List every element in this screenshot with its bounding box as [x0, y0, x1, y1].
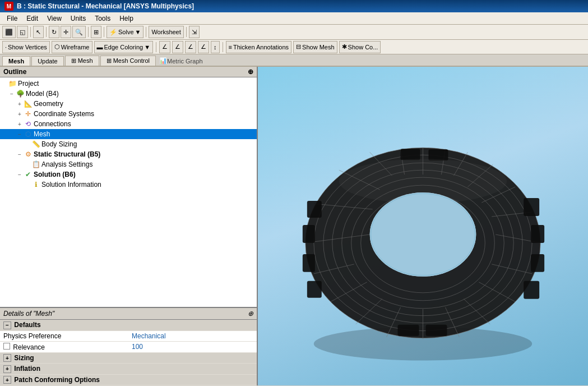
icon-2: ◱: [20, 29, 25, 36]
tree-item-solution-info[interactable]: ℹ Solution Information: [0, 180, 257, 190]
thicken-annotations-button[interactable]: ≡ Thicken Annotations: [226, 41, 292, 53]
mesh-viewport-svg: [258, 67, 588, 385]
menu-edit[interactable]: Edit: [22, 13, 43, 24]
solve-button[interactable]: ⚡ Solve ▼: [107, 26, 143, 38]
expand-coord[interactable]: +: [16, 111, 24, 117]
toolbar-sep-7: [156, 42, 156, 52]
toolbar-btn-rotate[interactable]: ↻: [49, 26, 59, 38]
menu-units[interactable]: Units: [66, 13, 90, 24]
wireframe-label: Wireframe: [61, 44, 90, 50]
toolbar-arrow-btn[interactable]: ↕: [211, 41, 220, 53]
toolbar-btn-2[interactable]: ◱: [17, 26, 28, 38]
title-bar: M B : Static Structural - Mechanical [AN…: [0, 0, 588, 12]
tree-item-connections[interactable]: + ⟲ Connections: [0, 119, 257, 129]
tab-update[interactable]: Update: [31, 56, 63, 66]
sizing-toggle[interactable]: +: [3, 354, 11, 362]
tree-item-project[interactable]: 📁 Project: [0, 79, 257, 89]
edge-coloring-button[interactable]: ▬ Edge Coloring ▼: [94, 41, 154, 53]
tab-mesh-control[interactable]: ⊞ Mesh Control: [100, 56, 156, 66]
edge-dropdown-icon: ▼: [144, 44, 150, 50]
app-icon: M: [4, 2, 13, 11]
tree-item-coord[interactable]: + ✛ Coordinate Systems: [0, 109, 257, 119]
edge-coloring-icon: ▬: [97, 44, 103, 50]
outline-tree: 📁 Project − 🌳 Model (B4) + 📐 Geometry + …: [0, 77, 257, 307]
toolbar-angle-btn2[interactable]: ∠: [172, 41, 183, 53]
toolbar-angle-btn1[interactable]: ∠: [159, 41, 170, 53]
menu-file[interactable]: File: [2, 13, 22, 24]
analysis-icon: 📋: [31, 160, 40, 169]
physics-pref-value[interactable]: Mechanical: [128, 330, 257, 341]
body-sizing-icon: 📏: [31, 140, 40, 149]
relevance-checkbox[interactable]: [3, 343, 10, 350]
tree-item-geometry[interactable]: + 📐 Geometry: [0, 99, 257, 109]
sol-info-label: Solution Information: [41, 181, 101, 189]
svg-rect-40: [303, 254, 315, 272]
body-sizing-label: Body Sizing: [41, 140, 77, 148]
viewport[interactable]: [258, 67, 588, 385]
static-label: Static Structural (B5): [34, 150, 100, 158]
defaults-label: Defaults: [14, 321, 40, 329]
expand-geometry[interactable]: +: [16, 101, 24, 107]
toolbar-angle-btn3[interactable]: ∠: [185, 41, 196, 53]
svg-rect-35: [531, 225, 544, 243]
solution-icon: ✔: [24, 170, 33, 179]
show-coo-label: Show Co...: [348, 44, 378, 50]
section-defaults[interactable]: − Defaults: [0, 320, 257, 330]
inflation-toggle[interactable]: +: [3, 365, 11, 373]
toolbar-btn-fit[interactable]: ⊞: [91, 26, 101, 38]
toolbar-btn-1[interactable]: ⬛: [2, 26, 16, 38]
expand-connections[interactable]: +: [16, 121, 24, 127]
tab-mesh[interactable]: Mesh: [2, 56, 30, 66]
defaults-toggle[interactable]: −: [3, 321, 11, 329]
tree-item-solution[interactable]: − ✔ Solution (B6): [0, 169, 257, 180]
toolbar-btn-pan[interactable]: ✛: [61, 26, 71, 38]
toolbar-btn-zoom[interactable]: 🔍: [72, 26, 86, 38]
toolbar-angle-btn4[interactable]: ∠: [198, 41, 209, 53]
show-vertices-button[interactable]: · Show Vertices: [2, 41, 50, 53]
toolbar-extra-btn[interactable]: ⇲: [189, 26, 200, 38]
toolbar-row-1: ⬛ ◱ ↖ ↻ ✛ 🔍 ⊞ ⚡ Solve ▼ Worksheet: [0, 25, 588, 39]
details-pin[interactable]: ⊕: [248, 310, 253, 318]
patch-toggle[interactable]: +: [3, 376, 11, 384]
tab-metric-graph[interactable]: 📊 Metric Graph: [157, 56, 205, 66]
expand-model[interactable]: −: [8, 91, 16, 97]
expand-solution[interactable]: −: [16, 172, 24, 178]
model-icon: 🌳: [16, 89, 25, 98]
fit-icon: ⊞: [94, 29, 99, 36]
expand-mesh[interactable]: −: [16, 131, 24, 137]
coord-icon: ✛: [24, 109, 33, 118]
tree-item-static-structural[interactable]: − ⚙ Static Structural (B5): [0, 149, 257, 159]
wireframe-button[interactable]: ⬡ Wireframe: [52, 41, 92, 53]
relevance-value[interactable]: 100: [128, 341, 257, 352]
section-inflation[interactable]: + Inflation: [0, 364, 257, 375]
toolbar-sep-2: [46, 27, 47, 37]
solve-dropdown-icon: ▼: [135, 29, 141, 35]
sizing-label: Sizing: [14, 354, 34, 362]
menu-help[interactable]: Help: [115, 13, 138, 24]
menu-view[interactable]: View: [43, 13, 66, 24]
worksheet-button[interactable]: Worksheet: [149, 26, 183, 38]
tree-item-body-sizing[interactable]: 📏 Body Sizing: [0, 139, 257, 149]
tree-item-mesh[interactable]: − ⬡ Mesh: [0, 129, 257, 139]
section-patch[interactable]: + Patch Conforming Options: [0, 374, 257, 385]
details-header: Details of "Mesh" ⊕: [0, 308, 257, 320]
worksheet-label: Worksheet: [151, 29, 180, 35]
svg-point-45: [370, 192, 476, 277]
tree-item-analysis-settings[interactable]: 📋 Analysis Settings: [0, 159, 257, 169]
tab-mesh2[interactable]: ⊞ Mesh: [65, 56, 99, 66]
outline-title: Outline: [3, 68, 26, 76]
static-icon: ⚙: [24, 150, 33, 159]
cursor-icon: ↖: [36, 29, 41, 36]
toolbar-btn-cursor[interactable]: ↖: [33, 26, 44, 38]
show-coo-button[interactable]: ✱ Show Co...: [339, 41, 381, 53]
outline-pin[interactable]: ⊕: [248, 68, 253, 76]
svg-rect-36: [531, 254, 544, 272]
inflation-label: Inflation: [14, 365, 40, 373]
expand-static[interactable]: −: [16, 151, 24, 158]
solution-label: Solution (B6): [34, 171, 76, 178]
section-sizing[interactable]: + Sizing: [0, 352, 257, 364]
tree-item-model[interactable]: − 🌳 Model (B4): [0, 89, 257, 99]
menu-tools[interactable]: Tools: [90, 13, 115, 24]
show-mesh-button[interactable]: ⊟ Show Mesh: [293, 41, 337, 53]
analysis-label: Analysis Settings: [41, 160, 92, 168]
